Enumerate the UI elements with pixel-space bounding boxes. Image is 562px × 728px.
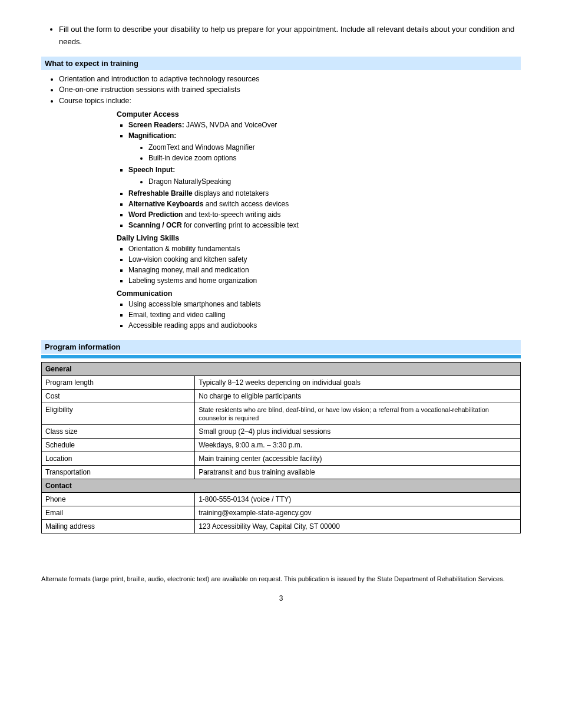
section-bar-program-info: Program information	[41, 340, 521, 354]
course-item: Labeling systems and home organization	[128, 275, 521, 286]
table-row: Mailing address 123 Accessibility Way, C…	[42, 520, 521, 533]
course-item: Screen Readers: JAWS, NVDA and VoiceOver	[128, 120, 521, 130]
table-row: Phone 1-800-555-0134 (voice / TTY)	[42, 493, 521, 506]
course-item-desc: and switch access devices	[206, 200, 289, 208]
table-group-header: General	[42, 362, 521, 375]
page-number: 3	[41, 594, 521, 602]
course-subhead-2: Daily Living Skills	[117, 234, 521, 242]
table-val: Main training center (accessible facilit…	[195, 452, 521, 466]
course-item: Magnification: ZoomText and Windows Magn…	[128, 130, 521, 163]
table-group-header: Contact	[42, 479, 521, 493]
table-row: Class size Small group (2–4) plus indivi…	[42, 425, 521, 439]
intro-bullet-list: Fill out the form to describe your disab…	[41, 24, 521, 48]
table-key: Cost	[42, 389, 195, 403]
table-key: Eligibility	[42, 403, 195, 425]
course-item: Managing money, mail and medication	[128, 265, 521, 275]
table-key: Phone	[42, 493, 195, 506]
intro-bullet-text: Fill out the form to describe your disab…	[59, 25, 514, 46]
section-bar-training-title: What to expect in training	[45, 59, 138, 68]
table-key: Mailing address	[42, 520, 195, 533]
course-sublist: Dragon NaturallySpeaking	[128, 176, 521, 187]
table-row: Program length Typically 8–12 weeks depe…	[42, 375, 521, 389]
course-item-label: Magnification:	[128, 131, 176, 140]
course-list-1: Screen Readers: JAWS, NVDA and VoiceOver…	[118, 120, 521, 230]
course-subitem: ZoomText and Windows Magnifier	[148, 142, 521, 153]
course-item-desc: displays and notetakers	[194, 189, 269, 197]
footer-note: Alternate formats (large print, braille,…	[41, 575, 521, 583]
course-item: Alternative Keyboards and switch access …	[128, 199, 521, 209]
table-key: Transportation	[42, 466, 195, 479]
course-item-desc: for converting print to accessible text	[184, 221, 299, 229]
training-overview-item-0: Orientation and introduction to adaptive…	[59, 74, 521, 85]
course-item: Word Prediction and text-to-speech writi…	[128, 209, 521, 220]
course-subitem: Dragon NaturallySpeaking	[148, 176, 521, 187]
course-subhead-3: Communication	[117, 289, 521, 298]
course-subitem: Built-in device zoom options	[148, 153, 521, 163]
course-item: Low-vision cooking and kitchen safety	[128, 254, 521, 265]
intro-bullet: Fill out the form to describe your disab…	[59, 24, 521, 48]
section-bar-training: What to expect in training	[41, 57, 521, 70]
table-key: Class size	[42, 425, 195, 439]
table-val: Weekdays, 9:00 a.m. – 3:30 p.m.	[195, 439, 521, 452]
section-divider-strip	[41, 355, 521, 358]
program-info-table: General Program length Typically 8–12 we…	[41, 362, 521, 534]
training-overview-item-1: One-on-one instruction sessions with tra…	[59, 84, 521, 95]
course-item-label: Refreshable Braille	[128, 189, 193, 197]
course-item: Accessible reading apps and audiobooks	[128, 320, 521, 331]
training-overview-item-2: Course topics include:	[59, 95, 521, 107]
course-item-desc: and text-to-speech writing aids	[185, 210, 281, 219]
table-val: State residents who are blind, deaf-blin…	[195, 403, 521, 425]
course-sublist: ZoomText and Windows Magnifier Built-in …	[128, 142, 521, 163]
table-val: training@example-state-agency.gov	[195, 506, 521, 520]
course-list-2: Orientation & mobility fundamentals Low-…	[118, 243, 521, 286]
table-val: Small group (2–4) plus individual sessio…	[195, 425, 521, 439]
course-item: Orientation & mobility fundamentals	[128, 243, 521, 254]
table-val: 1-800-555-0134 (voice / TTY)	[195, 493, 521, 506]
table-row: Transportation Paratransit and bus train…	[42, 466, 521, 479]
table-row: Email training@example-state-agency.gov	[42, 506, 521, 520]
course-topics-block: Computer Access Screen Readers: JAWS, NV…	[118, 110, 521, 331]
course-item: Using accessible smartphones and tablets	[128, 299, 521, 309]
course-item: Scanning / OCR for converting print to a…	[128, 220, 521, 230]
table-key: Program length	[42, 375, 195, 389]
course-item-label: Scanning / OCR	[128, 221, 182, 229]
table-val: 123 Accessibility Way, Capital City, ST …	[195, 520, 521, 533]
course-item: Speech Input: Dragon NaturallySpeaking	[128, 164, 521, 187]
course-item: Refreshable Braille displays and notetak…	[128, 188, 521, 199]
table-key: Schedule	[42, 439, 195, 452]
table-row: Cost No charge to eligible participants	[42, 389, 521, 403]
course-subhead-1: Computer Access	[117, 110, 521, 118]
table-row: Location Main training center (accessibl…	[42, 452, 521, 466]
table-val: Paratransit and bus training available	[195, 466, 521, 479]
course-item-desc: JAWS, NVDA and VoiceOver	[186, 121, 277, 129]
section-bar-program-info-title: Program information	[45, 342, 121, 351]
table-val: Typically 8–12 weeks depending on indivi…	[195, 375, 521, 389]
course-item-label: Screen Readers:	[128, 121, 184, 129]
training-overview-list: Orientation and introduction to adaptive…	[41, 74, 521, 107]
table-val: No charge to eligible participants	[195, 389, 521, 403]
course-item: Email, texting and video calling	[128, 309, 521, 320]
table-row: Eligibility State residents who are blin…	[42, 403, 521, 425]
course-list-3: Using accessible smartphones and tablets…	[118, 299, 521, 331]
table-key: Email	[42, 506, 195, 520]
course-item-label: Speech Input:	[128, 166, 175, 174]
table-key: Location	[42, 452, 195, 466]
table-row: Schedule Weekdays, 9:00 a.m. – 3:30 p.m.	[42, 439, 521, 452]
course-item-label: Word Prediction	[128, 210, 183, 219]
course-item-label: Alternative Keyboards	[128, 200, 203, 208]
